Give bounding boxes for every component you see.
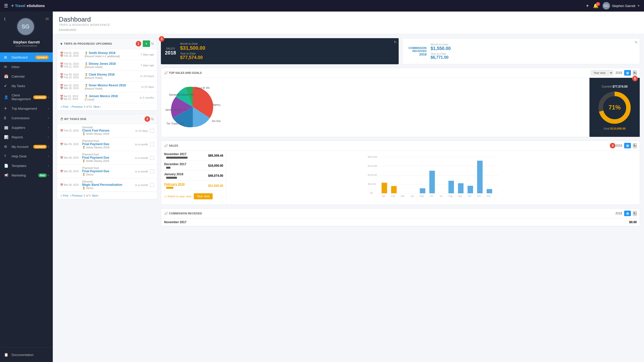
- tasks-card: ⏱ MY TASKS DUE 2 ↻ 📅 Feb 22, 2018 [Gener…: [57, 114, 157, 199]
- refresh-trips-button[interactable]: ↻: [151, 42, 154, 46]
- info-icon[interactable]: ℹ: [4, 17, 6, 37]
- table-row: 📅 Apr 01, 2018 📅 Apr 01, 2018 Jensen Mex…: [57, 92, 157, 103]
- sales-goals-view-button[interactable]: ▦: [624, 70, 631, 76]
- sales-stat-badge: 3: [159, 36, 164, 42]
- top-sales-header: 📈 TOP SALES AND GOALS Year view Month vi…: [161, 68, 640, 78]
- prev-link[interactable]: ‹ Previous: [70, 105, 83, 108]
- user-name: Stephen Garrett: [612, 4, 635, 8]
- refresh-tasks-button[interactable]: ↻: [151, 117, 154, 121]
- message-icon[interactable]: ✉: [45, 17, 49, 37]
- year-view-button[interactable]: Year view: [194, 193, 213, 199]
- sidebar-item-my-account[interactable]: ⚙ My Account Updated ›: [0, 142, 53, 151]
- user-menu[interactable]: SG Stephen Garrett ▼: [603, 2, 640, 10]
- sidebar-item-suppliers[interactable]: 🏢 Suppliers ›: [0, 123, 53, 132]
- svg-rect-19: [382, 183, 387, 193]
- refresh-commission-button[interactable]: ↻: [635, 40, 638, 44]
- sidebar-item-marketing[interactable]: 📢 Marketing New ›: [0, 170, 53, 180]
- refresh-sales-button[interactable]: ↻: [394, 40, 397, 44]
- task-link[interactable]: Magic Band Personalization: [82, 183, 133, 187]
- sidebar-bottom: 📋 Documentation: [0, 347, 53, 362]
- right-col: 3 SALES 2018 Month-to-Date $31,500.00 Ye…: [161, 38, 640, 226]
- avatar: SG: [603, 2, 610, 10]
- first-link[interactable]: « First: [61, 105, 68, 108]
- svg-rect-35: [458, 183, 464, 193]
- trip-link[interactable]: Disney Jones 2018: [85, 62, 141, 66]
- profile-avatar: SG: [17, 18, 35, 36]
- table-row: February 2018 $31,500.00: [161, 181, 226, 191]
- svg-text:Mar: Mar: [401, 195, 405, 197]
- task-link[interactable]: Check Fast Passes: [82, 129, 133, 132]
- marketing-arrow: ›: [48, 174, 49, 177]
- task-checkbox[interactable]: [150, 129, 154, 133]
- dashboard-icon: ⊞: [4, 55, 9, 59]
- prev-link[interactable]: ‹ Previous: [70, 194, 83, 197]
- add-button[interactable]: +: [586, 3, 589, 9]
- suppliers-arrow: ›: [48, 126, 49, 129]
- commission-chart-card: 📈 COMMISSION RECEIVED 2018 ▦ ↻ November …: [161, 208, 640, 226]
- sidebar-item-templates[interactable]: 📄 Templates ›: [0, 161, 53, 170]
- helpdesk-icon: ?: [4, 154, 9, 158]
- view-select[interactable]: Year view Month view: [591, 70, 613, 76]
- svg-rect-27: [420, 188, 425, 193]
- sidebar-item-documentation[interactable]: 📋 Documentation: [0, 350, 53, 359]
- add-trip-button[interactable]: +: [143, 40, 150, 47]
- svg-text:$150,000: $150,000: [368, 165, 377, 167]
- task-checkbox[interactable]: [150, 169, 154, 173]
- svg-text:May: May: [420, 195, 424, 197]
- sidebar-item-inbox[interactable]: ✉ Inbox: [0, 62, 53, 72]
- sidebar-item-help-desk[interactable]: ? Help Desk ›: [0, 151, 53, 161]
- trip-link[interactable]: Smith Disney 2018: [85, 51, 141, 55]
- refresh-sales-chart-button[interactable]: ↻: [633, 143, 637, 148]
- hamburger-icon[interactable]: ☰: [4, 3, 8, 9]
- next-link[interactable]: Next ›: [94, 105, 101, 108]
- commission-chart-view-button[interactable]: ▦: [624, 211, 631, 216]
- refresh-commission-chart-button[interactable]: ↻: [633, 211, 637, 216]
- first-link[interactable]: « First: [61, 194, 68, 197]
- trips-pagination: « First ‹ Previous 5 of 51 Next ›: [57, 103, 157, 110]
- trip-link[interactable]: Clark Disney 2018: [85, 73, 141, 76]
- sidebar-item-commission[interactable]: $ Commission ›: [0, 113, 53, 123]
- task-link[interactable]: Final Payment Due: [82, 142, 133, 146]
- task-checkbox[interactable]: [150, 183, 154, 187]
- calendar-icon: 📅: [4, 74, 9, 78]
- plane-icon: ✈: [60, 42, 63, 46]
- trip-link[interactable]: Greer Mexico Resort 2018: [85, 84, 142, 87]
- task-checkbox[interactable]: [150, 156, 154, 160]
- task-link[interactable]: Final Payment Due: [82, 156, 133, 159]
- sales-chart-view-button[interactable]: ▦: [624, 143, 631, 148]
- notification-icon[interactable]: 🔔 0: [593, 3, 599, 9]
- trip-link[interactable]: Jensen Mexico 2018: [85, 94, 140, 98]
- sales-stat-card: 3 SALES 2018 Month-to-Date $31,500.00 Ye…: [161, 38, 399, 64]
- page-header: Dashboard TRIPS & BOOKINGS WORKSPACE DAS…: [53, 12, 644, 34]
- trips-list: 📅 Feb 01, 2018 📅 Feb 15, 2018 Smith Disn…: [57, 49, 157, 103]
- sidebar-item-calendar[interactable]: 📅 Calendar: [0, 72, 53, 81]
- svg-text:Jul: Jul: [439, 195, 442, 197]
- sidebar-item-reports[interactable]: 📊 Reports ›: [0, 132, 53, 142]
- svg-text:Tim Travis: 23%: Tim Travis: 23%: [166, 122, 184, 125]
- svg-rect-39: [477, 161, 483, 193]
- dashboard-grid: ✈ TRIPS IN PROGRESS/ UPCOMING 1 + ↻ 📅 Fe…: [53, 34, 644, 230]
- marketing-badge: New: [38, 173, 47, 177]
- refresh-topSales-button[interactable]: ↻: [633, 71, 637, 75]
- top-nav: ☰ ✈ Travel eSolutions + 🔔 0 SG Stephen G…: [0, 0, 644, 12]
- commission-arrow: ›: [48, 116, 49, 119]
- commission-chart-header: 📈 COMMISSION RECEIVED 2018 ▦ ↻: [161, 209, 640, 218]
- svg-text:$0: $0: [370, 192, 373, 194]
- task-checkbox[interactable]: [150, 142, 154, 146]
- sidebar-item-trip-management[interactable]: ✈ Trip Management ›: [0, 104, 53, 113]
- sidebar-item-dashboard[interactable]: ⊞ Dashboard Updated: [0, 52, 53, 62]
- svg-text:$200,000: $200,000: [368, 156, 377, 158]
- profile-sub: Cool Destinations: [16, 44, 37, 47]
- chart-icon: 📈: [164, 71, 168, 75]
- next-link[interactable]: Next ›: [92, 194, 99, 197]
- trip-dates: 📅 Feb 01, 2018 📅 Feb 11, 2018: [60, 63, 83, 68]
- clock-icon: ⏱: [60, 117, 63, 121]
- sidebar: ℹ SG ✉ Stephen Garrett Cool Destinations…: [0, 12, 53, 362]
- pie-chart: Agency Sales: 22% Jim Smith: 37% Tim Tra…: [165, 82, 220, 132]
- sidebar-item-client-management[interactable]: 👤 Client Management Updated ›: [0, 91, 53, 104]
- svg-text:Apr: Apr: [410, 195, 414, 197]
- svg-text:Agency Sales: 22%: Agency Sales: 22%: [212, 103, 220, 106]
- client-arrow: ›: [48, 96, 49, 99]
- sidebar-item-my-tasks[interactable]: ✔ My Tasks: [0, 81, 53, 91]
- task-link[interactable]: Final Payment Due: [82, 169, 133, 173]
